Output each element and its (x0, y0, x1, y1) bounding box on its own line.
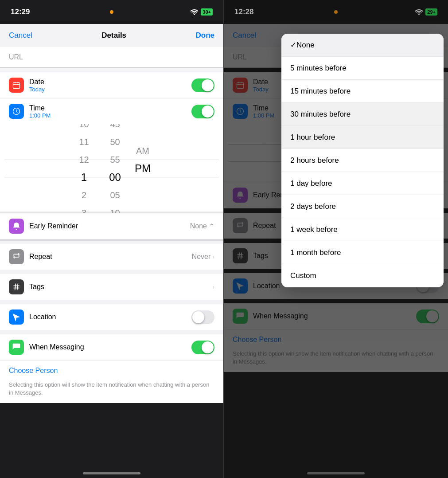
clock-icon-left (12, 107, 21, 116)
dropdown-label-2hours: 2 hours before (290, 156, 339, 165)
dropdown-label-2days: 2 days before (290, 202, 336, 211)
arrow-icon-left (12, 313, 21, 321)
checkmark-icon: ✓ (290, 40, 296, 50)
picker-ampm-3 (131, 177, 155, 195)
when-messaging-toggle-left[interactable] (191, 341, 214, 354)
dropdown-item-5min[interactable]: 5 minutes before (281, 57, 444, 80)
dropdown-item-30min[interactable]: 30 minutes before (281, 103, 444, 126)
location-icon-left (9, 310, 24, 325)
tags-section-left: Tags › (0, 274, 223, 300)
picker-min-4: 10 (100, 204, 131, 213)
date-toggle-left[interactable] (191, 78, 214, 92)
when-messaging-label-left: When Messaging (29, 343, 84, 351)
dropdown-item-1week[interactable]: 1 week before (281, 218, 444, 241)
picker-min-1: 50 (100, 133, 131, 151)
early-reminder-label-left: Early Reminder (29, 222, 190, 230)
picker-hour-0: 10 (69, 124, 100, 133)
url-field-left[interactable]: URL (0, 47, 223, 68)
picker-hour-selected: 1 (69, 168, 100, 186)
dropdown-item-1hour[interactable]: 1 hour before (281, 126, 444, 149)
calendar-icon-left (12, 81, 21, 90)
date-label-left: Date (29, 78, 191, 86)
location-toggle-left[interactable] (191, 310, 214, 324)
picker-hour-1: 11 (69, 133, 100, 151)
early-reminder-row-left[interactable]: Early Reminder None ⌃ (0, 213, 223, 239)
time-labels-left: Time 1:00 PM (29, 104, 191, 119)
picker-min-0: 45 (100, 124, 131, 133)
picker-minutes-left[interactable]: 45 50 55 00 05 10 (100, 124, 131, 213)
svg-line-9 (15, 284, 16, 290)
date-icon-left (9, 78, 24, 93)
dropdown-label-custom: Custom (290, 271, 316, 280)
dropdown-item-2hours[interactable]: 2 hours before (281, 149, 444, 172)
nav-title-left: Details (101, 31, 126, 40)
when-messaging-section-left: When Messaging Choose Person Selecting t… (0, 334, 223, 403)
time-picker-left[interactable]: 10 11 12 1 2 3 45 50 55 00 05 10 AM PM (0, 124, 223, 213)
status-bar-left: 12:29 30+ (0, 0, 223, 24)
dropdown-item-none[interactable]: ✓ None (281, 34, 444, 57)
time-row-left[interactable]: Time 1:00 PM (0, 98, 223, 124)
picker-min-3: 05 (100, 186, 131, 204)
svg-line-6 (16, 112, 18, 113)
location-section-left: Location (0, 304, 223, 330)
tags-label-left: Tags (29, 283, 44, 291)
dropdown-item-1day[interactable]: 1 day before (281, 172, 444, 195)
messages-icon-left (9, 340, 24, 355)
picker-hour-4: 3 (69, 204, 100, 213)
repeat-value-left: Never › (192, 253, 214, 261)
when-messaging-row-left[interactable]: When Messaging (0, 334, 223, 360)
dropdown-label-30min: 30 minutes before (290, 110, 351, 119)
nav-bar-left: Cancel Details Done (0, 24, 223, 47)
repeat-row-left[interactable]: Repeat Never › (0, 244, 223, 270)
tags-row-left[interactable]: Tags › (0, 274, 223, 300)
choose-person-left[interactable]: Choose Person (0, 360, 223, 381)
picker-hour-3: 2 (69, 186, 100, 204)
dropdown-item-2days[interactable]: 2 days before (281, 195, 444, 218)
tags-chevron-left: › (212, 283, 214, 290)
picker-hours-left[interactable]: 10 11 12 1 2 3 (69, 124, 100, 213)
date-time-section-left: Date Today Time 1:00 PM (0, 72, 223, 124)
right-panel: 12:28 29+ Cancel ● URL Date (224, 0, 448, 478)
hash-icon-left (12, 282, 21, 291)
picker-hour-2: 12 (69, 151, 100, 168)
done-button-left[interactable]: Done (195, 31, 214, 40)
picker-ampm-left[interactable]: AM PM (131, 142, 155, 195)
early-reminder-icon-left (9, 219, 24, 234)
reminder-dropdown[interactable]: ✓ None 5 minutes before 15 minutes befor… (281, 34, 444, 287)
svg-rect-0 (13, 82, 20, 88)
date-labels-left: Date Today (29, 78, 191, 93)
dropdown-item-custom[interactable]: Custom (281, 264, 444, 287)
choose-person-desc-left: Selecting this option will show the item… (0, 381, 223, 403)
left-panel: 12:29 30+ Cancel Details Done URL (0, 0, 224, 478)
date-sublabel-left: Today (29, 86, 191, 93)
time-sublabel-left: 1:00 PM (29, 112, 191, 119)
dropdown-label-1hour: 1 hour before (290, 133, 335, 142)
battery-left: 30+ (201, 8, 213, 16)
tags-icon-left (9, 279, 24, 294)
picker-pm-selected: PM (131, 160, 155, 177)
location-row-left[interactable]: Location (0, 304, 223, 330)
svg-line-10 (17, 284, 18, 290)
time-toggle-left[interactable] (191, 105, 214, 118)
message-bubble-icon-left (12, 343, 21, 352)
wifi-icon-left (191, 9, 198, 15)
dropdown-label-1day: 1 day before (290, 179, 332, 188)
status-icons-left: 30+ (191, 8, 213, 16)
picker-am: AM (131, 142, 155, 160)
dropdown-label-1month: 1 month before (290, 248, 341, 257)
time-label-left: Time (29, 104, 191, 112)
repeat-label-left: Repeat (29, 253, 52, 261)
dropdown-label-5min: 5 minutes before (290, 64, 347, 73)
url-placeholder-left: URL (9, 53, 23, 61)
dropdown-label-15min: 15 minutes before (290, 87, 351, 96)
picker-min-2: 55 (100, 151, 131, 168)
repeat-icon-left (9, 249, 24, 264)
early-reminder-value-left: None ⌃ (190, 222, 214, 231)
cancel-button-left[interactable]: Cancel (9, 31, 32, 40)
dropdown-item-1month[interactable]: 1 month before (281, 241, 444, 264)
content-left: URL Date Today Time 1:00 PM (0, 47, 223, 403)
date-row-left[interactable]: Date Today (0, 72, 223, 98)
repeat-chevron-left: › (212, 253, 214, 260)
picker-min-selected: 00 (100, 168, 131, 186)
dropdown-item-15min[interactable]: 15 minutes before (281, 80, 444, 103)
